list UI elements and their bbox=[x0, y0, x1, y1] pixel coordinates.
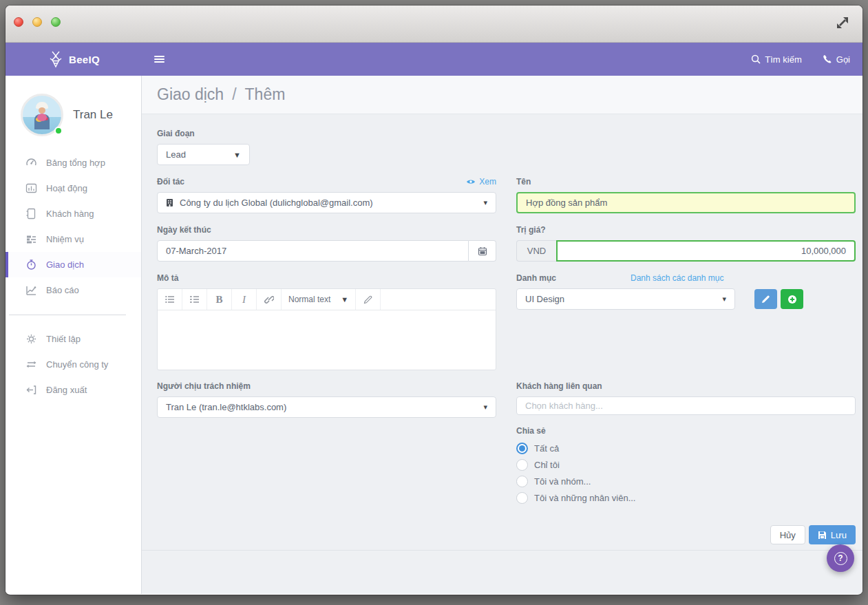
minimize-window-button[interactable] bbox=[32, 17, 42, 27]
app-header: BeeIQ Tìm kiếm Gọi bbox=[6, 43, 862, 76]
sidebar-item-switch-company[interactable]: Chuyển công ty bbox=[6, 352, 141, 377]
zoom-window-button[interactable] bbox=[51, 17, 61, 27]
save-label: Lưu bbox=[831, 530, 847, 540]
partner-value: Công ty du lịch Global (dulichglobal@gma… bbox=[180, 198, 373, 208]
deal-name-value: Hợp đồng sản phẩm bbox=[526, 198, 607, 208]
partner-label: Đối tác bbox=[157, 177, 184, 187]
value-amount: 10,000,000 bbox=[801, 246, 846, 256]
call-button[interactable]: Gọi bbox=[823, 54, 850, 65]
cancel-button[interactable]: Hủy bbox=[770, 525, 805, 544]
contacts-icon bbox=[25, 208, 37, 220]
category-value: UI Design bbox=[525, 294, 564, 304]
owner-value: Tran Le (tran.le@htklabs.com) bbox=[166, 402, 286, 412]
related-customer-label: Khách hàng liên quan bbox=[516, 381, 856, 391]
radio-icon bbox=[516, 492, 528, 504]
share-option-me-and-employees[interactable]: Tôi và những nhân viên... bbox=[516, 492, 856, 504]
share-option-me-and-group[interactable]: Tôi và nhóm... bbox=[516, 476, 856, 487]
breadcrumb-section[interactable]: Giao dịch bbox=[157, 85, 224, 104]
sidebar-item-tasks[interactable]: Nhiệm vụ bbox=[6, 226, 141, 252]
sidebar-item-dashboard[interactable]: Bảng tổng hợp bbox=[6, 150, 141, 176]
main-content: Giao dịch / Thêm Giai đoạn Lead ▼ bbox=[142, 76, 862, 594]
macos-titlebar bbox=[6, 6, 862, 43]
breadcrumb: Giao dịch / Thêm bbox=[142, 76, 862, 114]
numbered-list-icon[interactable] bbox=[182, 289, 207, 310]
description-editor: B I Normal text ▼ bbox=[157, 288, 496, 370]
partner-select[interactable]: Công ty du lịch Global (dulichglobal@gma… bbox=[157, 192, 496, 213]
category-label: Danh mục bbox=[516, 273, 556, 283]
search-label: Tìm kiếm bbox=[765, 54, 801, 65]
sidebar-item-settings[interactable]: Thiết lập bbox=[6, 326, 141, 352]
sidebar-item-label: Chuyển công ty bbox=[46, 359, 108, 370]
deal-form: Giai đoạn Lead ▼ Đối tác bbox=[142, 114, 862, 550]
category-list-link[interactable]: Danh sách các danh mục bbox=[631, 273, 723, 283]
stage-select[interactable]: Lead ▼ bbox=[157, 144, 250, 165]
bar-chart-icon bbox=[25, 182, 37, 194]
brand[interactable]: BeeIQ bbox=[6, 50, 142, 68]
search-button[interactable]: Tìm kiếm bbox=[751, 54, 801, 65]
owner-select[interactable]: Tran Le (tran.le@htklabs.com) ▾ bbox=[157, 396, 496, 418]
sidebar-item-label: Đăng xuất bbox=[46, 385, 87, 395]
sidebar: Tran Le Bảng tổng hợp Hoạt động bbox=[6, 76, 142, 594]
app-window: BeeIQ Tìm kiếm Gọi bbox=[6, 6, 862, 595]
description-textarea[interactable] bbox=[158, 310, 496, 370]
company-icon bbox=[166, 198, 173, 207]
calendar-icon bbox=[478, 246, 487, 256]
expand-icon[interactable] bbox=[834, 14, 851, 32]
value-input[interactable]: 10,000,000 bbox=[556, 240, 856, 262]
breadcrumb-separator: / bbox=[232, 85, 236, 104]
bee-logo-icon bbox=[47, 50, 64, 68]
name-label: Tên bbox=[516, 177, 856, 187]
stage-label: Giai đoạn bbox=[157, 129, 496, 138]
category-select[interactable]: UI Design ▾ bbox=[516, 288, 735, 310]
help-button[interactable]: ? bbox=[827, 544, 854, 572]
related-customer-input[interactable]: Chọn khách hàng... bbox=[516, 396, 856, 415]
share-label: Chia sẻ bbox=[516, 426, 856, 436]
gear-icon bbox=[25, 333, 37, 345]
italic-icon[interactable]: I bbox=[232, 289, 257, 310]
edit-category-button[interactable] bbox=[754, 289, 777, 309]
chevron-down-icon: ▼ bbox=[233, 151, 241, 159]
share-option-all[interactable]: Tất cả bbox=[516, 443, 856, 454]
sidebar-item-label: Hoạt động bbox=[46, 183, 87, 193]
radio-icon bbox=[516, 459, 528, 471]
close-window-button[interactable] bbox=[14, 17, 23, 27]
user-profile[interactable]: Tran Le bbox=[6, 88, 141, 150]
end-date-input[interactable]: 07-March-2017 bbox=[157, 240, 469, 262]
online-status-dot bbox=[54, 127, 63, 135]
breadcrumb-page: Thêm bbox=[245, 85, 286, 104]
footer bbox=[142, 550, 862, 594]
switch-icon bbox=[25, 359, 37, 370]
line-chart-icon bbox=[25, 284, 37, 296]
plus-icon bbox=[787, 295, 797, 304]
gauge-icon bbox=[25, 157, 37, 169]
bold-icon[interactable]: B bbox=[207, 289, 232, 310]
sidebar-item-logout[interactable]: Đăng xuất bbox=[6, 377, 141, 403]
calendar-button[interactable] bbox=[469, 240, 496, 262]
link-icon[interactable] bbox=[257, 289, 282, 310]
stage-value: Lead bbox=[166, 149, 186, 160]
format-select[interactable]: Normal text ▼ bbox=[282, 289, 356, 310]
eye-icon bbox=[466, 178, 476, 185]
partner-view-link[interactable]: Xem bbox=[466, 177, 496, 187]
save-icon bbox=[818, 531, 827, 540]
pencil-icon[interactable] bbox=[356, 289, 381, 310]
pencil-icon bbox=[761, 295, 770, 304]
stopwatch-icon bbox=[25, 259, 37, 270]
window-controls bbox=[14, 17, 61, 27]
tasks-icon bbox=[25, 233, 37, 245]
save-button[interactable]: Lưu bbox=[809, 525, 856, 544]
bullet-list-icon[interactable] bbox=[158, 289, 182, 310]
sidebar-item-reports[interactable]: Báo cáo bbox=[6, 277, 141, 303]
sidebar-item-activity[interactable]: Hoạt động bbox=[6, 176, 141, 201]
add-category-button[interactable] bbox=[781, 289, 803, 309]
share-option-only-me[interactable]: Chỉ tôi bbox=[516, 459, 856, 471]
currency-addon: VND bbox=[516, 240, 556, 262]
menu-toggle-icon[interactable] bbox=[154, 54, 165, 64]
sidebar-item-label: Báo cáo bbox=[46, 285, 79, 295]
sidebar-item-label: Khách hàng bbox=[46, 209, 94, 219]
deal-name-input[interactable]: Hợp đồng sản phẩm bbox=[516, 192, 856, 213]
sidebar-item-label: Nhiệm vụ bbox=[46, 234, 84, 244]
sidebar-item-deals[interactable]: Giao dịch bbox=[6, 252, 141, 277]
user-name: Tran Le bbox=[73, 108, 113, 122]
sidebar-item-customers[interactable]: Khách hàng bbox=[6, 201, 141, 226]
